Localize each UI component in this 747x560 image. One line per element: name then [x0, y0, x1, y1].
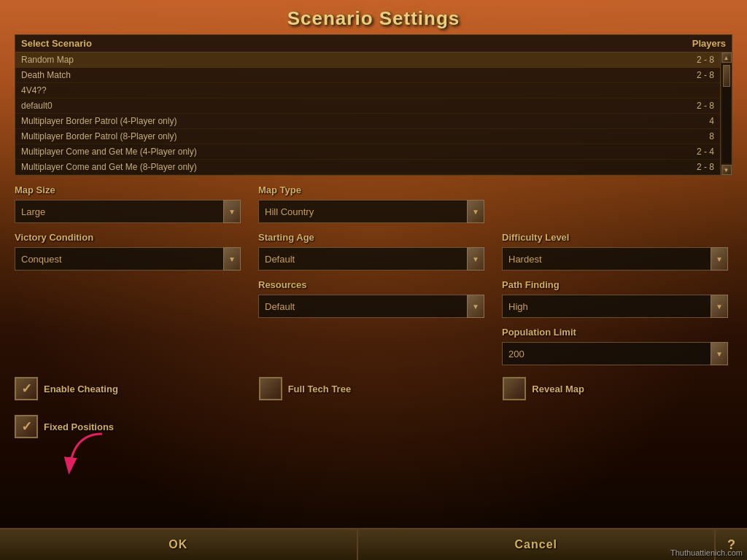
resources-dropdown[interactable]: Default [258, 295, 484, 318]
reveal-map-group: Reveal Map [503, 377, 732, 400]
ok-button[interactable]: OK [0, 529, 357, 560]
victory-condition-group: Victory Condition Conquest [15, 232, 241, 271]
list-item[interactable]: Multiplayer Border Patrol (8-Player only… [15, 129, 720, 144]
reveal-map-checkbox[interactable] [503, 377, 526, 400]
difficulty-level-group: Difficulty Level Hardest [502, 232, 728, 271]
page-title: Scenario Settings [287, 7, 460, 29]
empty-cell-4 [258, 327, 484, 365]
empty-cell-2 [15, 279, 241, 318]
header-scenario-label: Select Scenario [21, 38, 92, 49]
list-item[interactable]: default0 2 - 8 [15, 98, 720, 114]
starting-age-group: Starting Age Default [258, 232, 484, 271]
full-tech-tree-label: Full Tech Tree [288, 384, 351, 394]
map-size-value: Large [15, 200, 223, 223]
dropdowns-grid: Map Size Large Map Type Hill Country Vic… [15, 184, 732, 365]
map-type-value: Hill Country [258, 200, 467, 223]
list-item[interactable]: 4V4?? [15, 83, 720, 98]
list-item[interactable]: Random Map 2 - 8 [15, 52, 720, 68]
difficulty-level-dropdown[interactable]: Hardest [502, 247, 728, 271]
difficulty-level-value: Hardest [502, 247, 711, 271]
enable-cheating-group: Enable Cheating [15, 377, 244, 400]
victory-condition-dropdown[interactable]: Conquest [15, 247, 241, 271]
scenario-list: Random Map 2 - 8 Death Match 2 - 8 4V4??… [15, 52, 720, 175]
difficulty-level-btn[interactable] [711, 247, 728, 271]
difficulty-level-label: Difficulty Level [502, 232, 728, 243]
list-item[interactable]: Multiplayer Come and Get Me (4-Player on… [15, 144, 720, 160]
path-finding-dropdown[interactable]: High [502, 295, 728, 318]
resources-btn[interactable] [467, 295, 484, 318]
scroll-up-btn[interactable]: ▲ [721, 52, 732, 63]
population-limit-btn[interactable] [711, 342, 728, 365]
starting-age-label: Starting Age [258, 232, 484, 243]
scroll-track [722, 64, 731, 163]
fixed-positions-checkbox[interactable] [15, 415, 38, 438]
map-size-btn[interactable] [223, 200, 241, 223]
empty-cell-3 [15, 327, 241, 365]
title-bar: Scenario Settings [0, 0, 747, 34]
map-type-label: Map Type [258, 184, 484, 195]
victory-condition-btn[interactable] [223, 247, 241, 271]
population-limit-label: Population Limit [502, 327, 728, 338]
population-limit-group: Population Limit 200 [502, 327, 728, 365]
header-players-label: Players [692, 38, 726, 49]
scenario-scrollbar[interactable]: ▲ ▼ [720, 52, 732, 175]
cancel-button[interactable]: Cancel [357, 529, 716, 560]
watermark: Thuthuattienich.com [670, 548, 743, 557]
resources-label: Resources [258, 279, 484, 290]
scroll-thumb[interactable] [723, 65, 730, 87]
arrow-annotation [58, 430, 117, 484]
victory-condition-value: Conquest [15, 247, 223, 271]
fixed-positions-group: Fixed Positions [15, 415, 732, 438]
empty-cell-1 [502, 184, 728, 223]
full-tech-tree-checkbox[interactable] [259, 377, 282, 400]
scenario-list-container: Random Map 2 - 8 Death Match 2 - 8 4V4??… [15, 52, 732, 175]
path-finding-value: High [502, 295, 711, 318]
scenario-panel: Select Scenario Players Random Map 2 - 8… [15, 34, 732, 176]
checkboxes-row: Enable Cheating Full Tech Tree Reveal Ma… [15, 371, 732, 406]
starting-age-dropdown[interactable]: Default [258, 247, 484, 271]
scroll-down-btn[interactable]: ▼ [721, 165, 732, 175]
resources-value: Default [258, 295, 467, 318]
enable-cheating-checkbox[interactable] [15, 377, 38, 400]
list-item[interactable]: Multiplayer Come and Get Me (8-Player on… [15, 160, 720, 175]
fixed-positions-row: Fixed Positions [15, 412, 732, 441]
victory-condition-label: Victory Condition [15, 232, 241, 243]
map-type-dropdown[interactable]: Hill Country [258, 200, 484, 223]
map-size-dropdown[interactable]: Large [15, 200, 241, 223]
path-finding-label: Path Finding [502, 279, 728, 290]
enable-cheating-label: Enable Cheating [44, 384, 118, 394]
scenario-list-header: Select Scenario Players [15, 35, 732, 52]
map-type-btn[interactable] [467, 200, 484, 223]
list-item[interactable]: Death Match 2 - 8 [15, 68, 720, 83]
population-limit-value: 200 [502, 342, 711, 365]
map-size-label: Map Size [15, 184, 241, 195]
starting-age-value: Default [258, 247, 467, 271]
list-item[interactable]: Multiplayer Border Patrol (4-Player only… [15, 114, 720, 129]
resources-group: Resources Default [258, 279, 484, 318]
path-finding-group: Path Finding High [502, 279, 728, 318]
bottom-bar: OK Cancel ? [0, 528, 747, 560]
map-type-group: Map Type Hill Country [258, 184, 484, 223]
starting-age-btn[interactable] [467, 247, 484, 271]
map-size-group: Map Size Large [15, 184, 241, 223]
full-tech-tree-group: Full Tech Tree [259, 377, 489, 400]
reveal-map-label: Reveal Map [532, 384, 584, 394]
population-limit-dropdown[interactable]: 200 [502, 342, 728, 365]
path-finding-btn[interactable] [711, 295, 728, 318]
